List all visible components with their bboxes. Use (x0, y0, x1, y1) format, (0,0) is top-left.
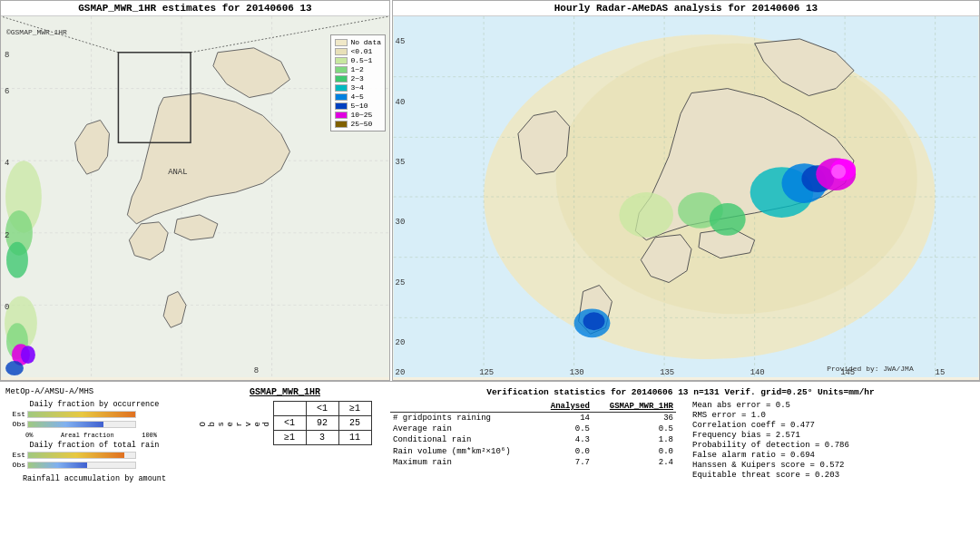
legend-item-1-2: 1~2 (335, 65, 381, 73)
legend-color-4-5 (335, 93, 348, 101)
svg-point-42 (619, 192, 673, 238)
legend-color-10-25 (335, 112, 348, 119)
chart-rain-bars: Est Obs (5, 451, 183, 469)
legend-color-5-10 (335, 102, 348, 110)
legend-item-lt001: <0.01 (335, 47, 381, 55)
legend-color-05-1 (335, 57, 348, 64)
axis-start-1: 0% (25, 432, 33, 439)
svg-text:35: 35 (396, 158, 406, 167)
legend-item-4-5: 4~5 (335, 92, 381, 101)
bottom-right: Verification statistics for 20140606 13 … (385, 385, 976, 551)
chart-accumulation-title: Rainfall accumulation by amount (5, 474, 183, 483)
svg-text:8: 8 (5, 51, 9, 60)
axis-labels-1: 0% Areal fraction 100% (25, 432, 157, 439)
legend-label-10-25: 10~25 (350, 111, 372, 119)
left-map-panel: GSMAP_MWR_1HR estimates for 20140606 13 (0, 0, 390, 381)
bottom-left: MetOp-A/AMSU-A/MHS Daily fraction by occ… (4, 385, 185, 551)
stat-hk: Hanssen & Kuipers score = 0.572 (692, 461, 971, 470)
right-map-svg: 45 40 35 30 25 20 125 130 135 140 145 15… (393, 16, 979, 377)
right-map-area: 45 40 35 30 25 20 125 130 135 140 145 15… (393, 16, 979, 377)
legend-label-lt001: <0.01 (350, 47, 372, 55)
verif-gsmap-3: 0.0 (593, 445, 676, 457)
axis-end-1: 100% (142, 432, 157, 439)
svg-point-50 (831, 164, 846, 179)
svg-text:45: 45 (396, 37, 406, 46)
color-legend: No data <0.01 0.5~1 1~2 2~3 (330, 34, 386, 131)
bar-row-obs-2: Obs (5, 461, 183, 469)
bar-label-est-2: Est (5, 451, 25, 459)
bar-label-obs-2: Obs (5, 461, 25, 469)
legend-item-2-3: 2~3 (335, 74, 381, 83)
contingency-row-label-lt1: <1 (273, 416, 306, 431)
legend-label-5-10: 5~10 (350, 102, 368, 110)
chart-occurrence-title: Daily fraction by occurrence (5, 400, 183, 409)
bar-container-obs-1 (27, 421, 136, 428)
verif-name-4: Maximum rain (390, 457, 539, 468)
legend-item-05-1: 0.5~1 (335, 56, 381, 64)
bar-container-est-2 (27, 452, 136, 459)
svg-point-15 (21, 346, 35, 364)
bar-label-obs-1: Obs (5, 420, 25, 428)
legend-item-10-25: 10~25 (335, 111, 381, 119)
stat-far: False alarm ratio = 0.694 (692, 451, 971, 460)
verif-row-1: Average rain 0.5 0.5 (390, 424, 676, 434)
bottom-middle: GSMAP_MWR_1HR Observed <1 ≥1 <1 92 25 ≥1… (185, 385, 385, 551)
legend-color-lt001 (335, 48, 348, 55)
contingency-row-lt1: <1 92 25 (273, 416, 371, 431)
legend-color-2-3 (335, 75, 348, 83)
verif-row-0: # gridpoints raining 14 36 (390, 413, 676, 424)
chart-rain-title: Daily fraction of total rain (5, 441, 183, 450)
verif-row-4: Maximum rain 7.7 2.4 (390, 457, 676, 468)
svg-text:2: 2 (5, 231, 9, 240)
legend-color-nodata (335, 39, 348, 46)
legend-label-2-3: 2~3 (350, 74, 363, 83)
bar-fill-est-1 (28, 412, 135, 417)
verif-grid: Analysed GSMAP_MWR_1HR # gridpoints rain… (390, 401, 971, 481)
table-wrapper: Observed <1 ≥1 <1 92 25 ≥1 3 11 (199, 401, 372, 445)
svg-text:ANAL: ANAL (168, 168, 187, 177)
svg-text:125: 125 (479, 368, 494, 377)
gsmap-contingency-label: GSMAP_MWR_1HR (250, 387, 320, 397)
verif-name-3: Rain volume (mm*km²×10⁶) (390, 445, 539, 457)
legend-label-3-4: 3~4 (350, 83, 363, 92)
contingency-cell-b: 25 (338, 416, 371, 431)
svg-text:40: 40 (396, 98, 406, 107)
contingency-cell-d: 11 (338, 431, 371, 445)
legend-item-25-50: 25~50 (335, 120, 381, 128)
left-map-area: 8 6 4 2 0 8 ©GSMAP_MWR_1HR ANAL No data (1, 16, 389, 377)
svg-point-16 (5, 361, 24, 375)
verif-analysed-0: 14 (539, 413, 593, 424)
axis-mid-1: Areal fraction (61, 432, 114, 439)
verif-gsmap-2: 1.8 (593, 434, 676, 445)
bar-row-est-2: Est (5, 451, 183, 459)
bottom-section: MetOp-A/AMSU-A/MHS Daily fraction by occ… (0, 381, 980, 555)
svg-text:140: 140 (750, 368, 765, 377)
contingency-col-lt1: <1 (306, 402, 338, 416)
contingency-corner-cell (273, 402, 306, 416)
stat-ets: Equitable threat score = 0.203 (692, 471, 971, 480)
verif-table-container: Analysed GSMAP_MWR_1HR # gridpoints rain… (390, 401, 676, 481)
verif-title: Verification statistics for 20140606 13 … (390, 387, 971, 397)
svg-text:4: 4 (5, 159, 9, 168)
svg-text:130: 130 (570, 368, 584, 377)
stat-corr: Correlation coeff = 0.477 (692, 421, 971, 430)
legend-item-3-4: 3~4 (335, 83, 381, 92)
legend-color-1-2 (335, 66, 348, 73)
bar-fill-obs-2 (28, 462, 87, 468)
verif-name-2: Conditional rain (390, 434, 539, 445)
chart-occurrence-bars: Est Obs (5, 410, 183, 428)
contingency-col-ge1: ≥1 (338, 402, 371, 416)
legend-label-nodata: No data (350, 38, 381, 46)
svg-text:135: 135 (660, 368, 674, 377)
legend-label-4-5: 4~5 (350, 92, 363, 101)
bar-fill-obs-1 (28, 422, 103, 427)
verif-analysed-1: 0.5 (539, 424, 593, 434)
observed-label: Observed (199, 420, 271, 426)
contingency-cell-a: 92 (306, 416, 338, 431)
stat-freq-bias: Frequency bias = 2.571 (692, 431, 971, 440)
verif-header-name (390, 401, 539, 413)
contingency-row-ge1: ≥1 3 11 (273, 431, 371, 445)
contingency-table: <1 ≥1 <1 92 25 ≥1 3 11 (273, 401, 372, 445)
right-map-title: Hourly Radar-AMeDAS analysis for 2014060… (393, 1, 979, 16)
left-map-title: GSMAP_MWR_1HR estimates for 20140606 13 (1, 1, 389, 16)
